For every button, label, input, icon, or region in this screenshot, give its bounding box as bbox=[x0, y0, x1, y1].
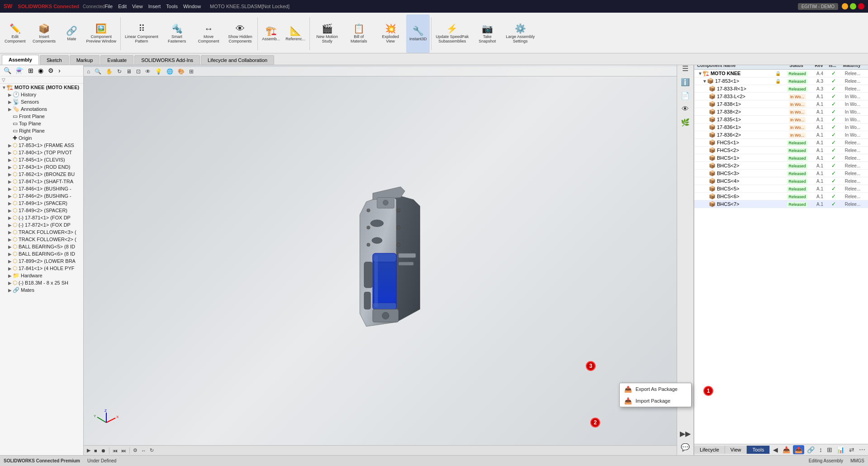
vt-home-icon[interactable]: ⌂ bbox=[85, 68, 91, 75]
rp-row-bhcs6[interactable]: 📦 BHCS<6> Released A.1 ✓ Relee... bbox=[694, 193, 868, 200]
rp-tab-view[interactable]: View bbox=[725, 446, 747, 454]
snapshot-button[interactable]: 📷 TakeSnapshot bbox=[471, 14, 503, 53]
vt-lights-icon[interactable]: 💡 bbox=[154, 68, 163, 75]
vt-pan-icon[interactable]: ✋ bbox=[104, 68, 114, 75]
rps-branch-icon[interactable]: 🌿 bbox=[679, 116, 692, 128]
close-button[interactable] bbox=[858, 3, 864, 10]
import-package-menu-item[interactable]: 📥 Import Package bbox=[620, 395, 691, 407]
vt-hide-icon[interactable]: 👁 bbox=[144, 68, 152, 75]
tab-assembly[interactable]: Assembly bbox=[2, 55, 39, 65]
menu-edit[interactable]: Edit bbox=[118, 4, 127, 9]
insert-components-button[interactable]: 📦 InsertComponents bbox=[28, 14, 60, 53]
rp-row-bhcs5[interactable]: 📦 BHCS<5> Released A.1 ✓ Relee... bbox=[694, 185, 868, 193]
rp-row-17853[interactable]: ▼ 📦 17-853<1> 🔒 Released A.3 ✓ Relee... bbox=[694, 77, 868, 85]
collapse-btn-17853[interactable]: ▼ bbox=[702, 79, 707, 84]
tree-17840[interactable]: ▶ ⬡ 17-840<1> (TOP PIVOT bbox=[0, 149, 83, 156]
vt-grid-icon[interactable]: ⊞ bbox=[188, 68, 195, 75]
rps-eye-icon[interactable]: 👁 bbox=[680, 103, 691, 115]
3d-viewport[interactable]: ⌂ 🔍 ✋ ↻ 🖥 ⊡ 👁 💡 🌐 🎨 ⊞ bbox=[84, 65, 696, 445]
edit-component-button[interactable]: ✏️ EditComponent bbox=[2, 14, 28, 53]
settings-icon[interactable]: ⚙ bbox=[46, 66, 56, 75]
vt-display-icon[interactable]: 🖥 bbox=[125, 68, 133, 75]
reference-button[interactable]: 📐 Referenc... bbox=[283, 14, 308, 53]
rp-row-bhcs4[interactable]: 📦 BHCS<4> Released A.1 ✓ Relee... bbox=[694, 177, 868, 185]
rp-row-17838-2[interactable]: 📦 17-838<2> In Wo... A.1 ✓ In Wo... bbox=[694, 108, 868, 116]
rp-import-icon[interactable]: 📥 bbox=[781, 445, 792, 454]
rp-export-icon[interactable]: 📤 bbox=[793, 445, 804, 454]
rp-row-17836-2[interactable]: 📦 17-836<2> In Wo... A.1 ✓ In Wo... bbox=[694, 131, 868, 139]
tree-17843[interactable]: ▶ ⬡ 17-843<1> (ROD END) bbox=[0, 163, 83, 171]
tree-17841[interactable]: ▶ ⬡ 17-841<1> (4 HOLE PYF bbox=[0, 265, 83, 272]
bmt-settings-icon[interactable]: ⚙ bbox=[132, 447, 139, 454]
rp-row-fhcs2[interactable]: 📦 FHCS<2> Released A.1 ✓ Relee... bbox=[694, 147, 868, 154]
bmt-record-icon[interactable]: ⏺ bbox=[100, 447, 107, 454]
bmt-arrow-icon[interactable]: ↔ bbox=[140, 447, 147, 454]
tree-17846-2[interactable]: ▶ ⬡ 17-846<2> (BUSHING - bbox=[0, 192, 83, 200]
tree-17871[interactable]: ▶ ⬡ (-) 17-871<1> (FOX DP bbox=[0, 214, 83, 221]
rp-row-moto-knee[interactable]: ▼ 🏗️ MOTO KNEE 🔒 Released A.4 ✓ Relee... bbox=[694, 70, 868, 77]
rp-row-17838-1[interactable]: 📦 17-838<1> In Wo... A.1 ✓ In Wo... bbox=[694, 100, 868, 108]
rp-transfer-icon[interactable]: ⇄ bbox=[847, 445, 856, 454]
tree-top-plane[interactable]: ▭ Top Plane bbox=[0, 120, 83, 127]
menu-window[interactable]: Window bbox=[183, 4, 201, 9]
rp-tab-tools[interactable]: Tools bbox=[747, 446, 770, 454]
bmt-play-icon[interactable]: ▶ bbox=[85, 447, 92, 454]
menu-view[interactable]: View bbox=[132, 4, 143, 9]
instant3d-button[interactable]: 🔧 Instant3D bbox=[406, 14, 430, 53]
menu-tools[interactable]: Tools bbox=[166, 4, 178, 9]
vt-zoom-icon[interactable]: 🔍 bbox=[93, 68, 103, 75]
tab-evaluate[interactable]: Evaluate bbox=[100, 55, 133, 65]
tree-root[interactable]: ▼ 🏗️ MOTO KNEE (MOTO KNEE) bbox=[0, 84, 83, 91]
collapse-icon[interactable]: ◉ bbox=[36, 66, 45, 75]
rp-row-fhcs1[interactable]: 📦 FHCS<1> Released A.1 ✓ Relee... bbox=[694, 139, 868, 147]
new-motion-button[interactable]: 🎬 New MotionStudy bbox=[311, 14, 343, 53]
tree-17849-2[interactable]: ▶ ⬡ 17-849<2> (SPACER) bbox=[0, 207, 83, 214]
tree-hardware[interactable]: ▶ 📁 Hardware bbox=[0, 272, 83, 279]
tab-lifecycle[interactable]: Lifecycle and Collaboration bbox=[201, 55, 274, 65]
vt-render-icon[interactable]: 🎨 bbox=[176, 68, 186, 75]
rp-row-bhcs2[interactable]: 📦 BHCS<2> Released A.1 ✓ Relee... bbox=[694, 162, 868, 170]
rp-row-17833l[interactable]: 📦 17-833-L<2> In Wo... A.1 ✓ In Wo... bbox=[694, 93, 868, 100]
rps-expand-arrow[interactable]: ▶▶ bbox=[678, 428, 693, 440]
tree-17853[interactable]: ▶ ⬡ 17-853<1> (FRAME ASS bbox=[0, 142, 83, 149]
tree-17846-1[interactable]: ▶ ⬡ 17-846<1> (BUSHING - bbox=[0, 185, 83, 192]
rps-info-icon[interactable]: ℹ️ bbox=[679, 76, 692, 88]
tree-b18[interactable]: ▶ ⬡ (-) B18.3M - 8 x 25 SH bbox=[0, 279, 83, 286]
assembly-button[interactable]: 🏗️ Assemb... bbox=[259, 14, 283, 53]
rp-sync-icon[interactable]: ↕ bbox=[817, 445, 824, 454]
rp-tab-lifecycle[interactable]: Lifecycle bbox=[694, 446, 725, 454]
tree-mates[interactable]: ▶ 🔗 Mates bbox=[0, 286, 83, 294]
update-speedpak-button[interactable]: ⚡ Update SpeedPakSubassemblies bbox=[433, 14, 471, 53]
exploded-view-button[interactable]: 💥 ExplodedView bbox=[375, 14, 406, 53]
expand-all-icon[interactable]: ⊞ bbox=[26, 66, 35, 75]
tree-track2[interactable]: ▶ ⬡ TRACK FOLLOWER<2> ( bbox=[0, 236, 83, 243]
tree-track3[interactable]: ▶ ⬡ TRACK FOLLOWER<3> ( bbox=[0, 228, 83, 236]
show-hidden-button[interactable]: 👁 Show HiddenComponents bbox=[224, 14, 256, 53]
collapse-btn-root[interactable]: ▼ bbox=[698, 71, 702, 76]
tab-markup[interactable]: Markup bbox=[70, 55, 100, 65]
tree-ball5[interactable]: ▶ ⬡ BALL BEARING<5> (8 ID bbox=[0, 243, 83, 250]
smart-fasteners-button[interactable]: 🔩 SmartFasteners bbox=[161, 14, 193, 53]
tree-origin[interactable]: ✚ Origin bbox=[0, 134, 83, 142]
tree-front-plane[interactable]: ▭ Front Plane bbox=[0, 113, 83, 120]
mate-button[interactable]: 🔗 Mate bbox=[60, 14, 84, 53]
bmt-stop-icon[interactable]: ■ bbox=[93, 447, 99, 454]
rp-bar-icon[interactable]: 📊 bbox=[835, 445, 846, 454]
large-assembly-button[interactable]: ⚙️ Large AssemblySettings bbox=[503, 14, 537, 53]
bmt-next-icon[interactable]: ⏭ bbox=[120, 447, 128, 454]
move-component-button[interactable]: ↔️ MoveComponent bbox=[193, 14, 224, 53]
tree-17862[interactable]: ▶ ⬡ 17-862<1> (BRONZE BU bbox=[0, 171, 83, 178]
menu-insert[interactable]: Insert bbox=[148, 4, 161, 9]
rp-row-17833r[interactable]: 📦 17-833-R<1> Released A.3 ✓ Relee... bbox=[694, 85, 868, 93]
linear-pattern-button[interactable]: ⠿ Linear ComponentPattern bbox=[122, 14, 161, 53]
rp-row-17836-1[interactable]: 📦 17-836<1> In Wo... A.1 ✓ In Wo... bbox=[694, 124, 868, 131]
filter-icon[interactable]: ⚗️ bbox=[14, 66, 25, 75]
tree-17845[interactable]: ▶ ⬡ 17-845<1> (CLEVIS) bbox=[0, 156, 83, 163]
tree-17847[interactable]: ▶ ⬡ 17-847<1> (SHAFT-TRA bbox=[0, 178, 83, 185]
tree-annotations[interactable]: ▶ 🏷️ Annotations bbox=[0, 105, 83, 113]
rp-grid-icon[interactable]: ⊞ bbox=[825, 445, 834, 454]
maximize-button[interactable] bbox=[850, 3, 856, 10]
rp-nav-left-icon[interactable]: ◀ bbox=[771, 445, 780, 454]
rp-row-bhcs1[interactable]: 📦 BHCS<1> Released A.1 ✓ Relee... bbox=[694, 154, 868, 162]
rp-row-17835[interactable]: 📦 17-835<1> In Wo... A.1 ✓ In Wo... bbox=[694, 116, 868, 124]
